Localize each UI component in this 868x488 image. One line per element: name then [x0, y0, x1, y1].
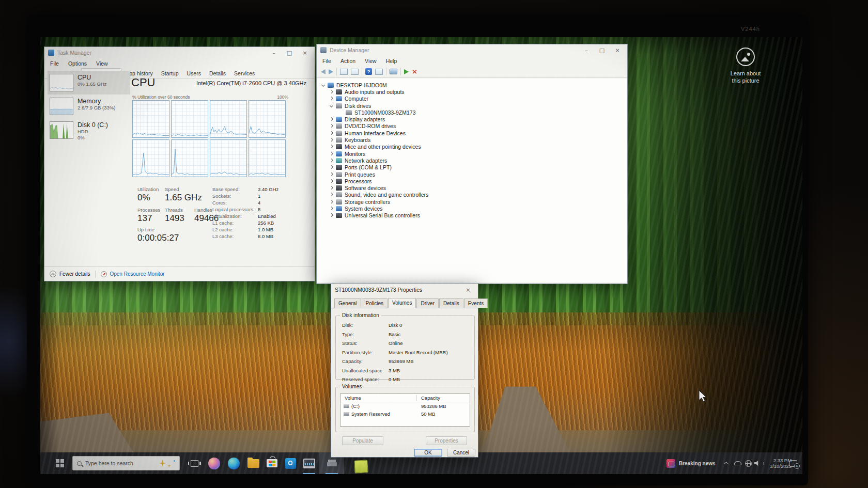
tab-details[interactable]: Details: [205, 69, 230, 78]
uninstall-device-icon[interactable]: ×: [412, 69, 417, 75]
maximize-icon[interactable]: □: [282, 48, 297, 58]
tree-node[interactable]: Display adapters: [329, 116, 627, 122]
tree-node[interactable]: Human Interface Devices: [329, 130, 627, 136]
taskbar-copilot[interactable]: [205, 452, 223, 474]
tree-node[interactable]: DVD/CD-ROM drives: [329, 123, 627, 130]
menu-options[interactable]: Options: [64, 59, 91, 68]
tree-node[interactable]: Computer: [329, 96, 627, 102]
sidebar-item-cpu[interactable]: CPU 0% 1.65 GHz: [48, 71, 130, 95]
tab-volumes[interactable]: Volumes: [388, 298, 416, 308]
tree-node[interactable]: Keyboards: [329, 136, 627, 143]
tree-node[interactable]: Monitors: [329, 150, 627, 157]
tree-node-disk-st1000[interactable]: ST1000NM0033-9ZM173: [346, 109, 627, 116]
close-icon[interactable]: ×: [610, 45, 625, 55]
picture-icon[interactable]: [736, 48, 755, 66]
tree-node-root[interactable]: DESKTOP-I6JDO0M: [321, 82, 627, 88]
news-widget[interactable]: Breaking news: [667, 452, 716, 474]
tree-node[interactable]: Processors: [329, 178, 627, 184]
menu-file[interactable]: File: [45, 59, 64, 68]
volumes-list[interactable]: Volume Capacity (C:) 953286 MB System Re…: [340, 393, 470, 427]
tab-services[interactable]: Services: [230, 69, 259, 78]
close-icon[interactable]: ×: [297, 48, 313, 58]
close-icon[interactable]: ×: [460, 285, 476, 295]
taskbar-edge[interactable]: [224, 452, 243, 474]
taskbar-task-manager[interactable]: [300, 452, 318, 474]
dialog-tabs: General Policies Volumes Driver Details …: [331, 296, 478, 308]
scan-hardware-icon[interactable]: [390, 69, 397, 74]
tree-node[interactable]: Software devices: [329, 184, 627, 191]
tree-node[interactable]: Print queues: [329, 171, 627, 178]
sidebar-item-memory[interactable]: Memory 2.6/7.9 GB (33%): [48, 95, 130, 118]
sidebar-disk-type: HDD: [78, 129, 108, 135]
copilot-spark-small-icon: [167, 464, 171, 468]
sidebar-item-disk[interactable]: Disk 0 (C:) HDD 0%: [48, 118, 130, 144]
tree-node-disk-drives[interactable]: Disk drives: [329, 102, 627, 109]
menu-view[interactable]: View: [91, 59, 113, 68]
tree-node[interactable]: Ports (COM & LPT): [329, 164, 627, 171]
menu-file[interactable]: File: [318, 57, 336, 65]
populate-button[interactable]: Populate: [342, 436, 383, 445]
volume-row-system-reserved[interactable]: System Reserved 50 MB: [340, 410, 470, 418]
column-volume[interactable]: Volume: [340, 395, 417, 401]
console-tree-icon[interactable]: [340, 69, 348, 75]
tree-node[interactable]: Mice and other pointing devices: [329, 144, 627, 150]
dvd-icon: [336, 123, 342, 129]
minimize-icon[interactable]: –: [266, 48, 282, 58]
task-view-icon: [191, 460, 198, 467]
disk-information-group: Disk information Disk:Disk 0 Type:Basic …: [335, 316, 475, 380]
tab-startup[interactable]: Startup: [157, 69, 183, 78]
search-box[interactable]: Type here to search: [72, 456, 180, 470]
update-driver-icon[interactable]: [404, 69, 409, 74]
action-center-button[interactable]: 4: [786, 452, 800, 474]
tree-node[interactable]: Network adapters: [329, 157, 627, 164]
learn-about-this-picture[interactable]: Learn about this picture: [717, 48, 774, 84]
tab-users[interactable]: Users: [183, 69, 205, 78]
taskbar-outlook[interactable]: O: [281, 452, 300, 474]
help-icon[interactable]: ?: [365, 68, 372, 75]
cancel-button[interactable]: Cancel: [447, 449, 475, 456]
taskbar-store[interactable]: [262, 452, 281, 474]
task-manager-titlebar[interactable]: Task Manager – □ ×: [44, 47, 315, 58]
tab-driver[interactable]: Driver: [416, 298, 439, 308]
tree-node[interactable]: Sound, video and game controllers: [329, 192, 627, 198]
tab-details[interactable]: Details: [439, 298, 463, 308]
properties-button[interactable]: Properties: [426, 436, 467, 445]
properties-icon[interactable]: [375, 69, 383, 75]
taskbar-file-explorer[interactable]: [244, 452, 262, 474]
tree-node[interactable]: Audio inputs and outputs: [329, 88, 627, 95]
start-button[interactable]: [50, 452, 70, 474]
uptime-label: Up time: [137, 227, 154, 232]
toolbar-separator: [400, 68, 401, 75]
dialog-titlebar[interactable]: ST1000NM0033-9ZM173 Properties ×: [331, 284, 478, 296]
utilization-value: 0%: [137, 193, 150, 203]
volume-row-c[interactable]: (C:) 953286 MB: [340, 402, 470, 410]
export-icon[interactable]: [351, 69, 359, 75]
processes-label: Processes: [137, 207, 160, 213]
fewer-details-button[interactable]: Fewer details: [59, 271, 90, 277]
menu-help[interactable]: Help: [381, 57, 402, 65]
tab-events[interactable]: Events: [464, 298, 488, 308]
tree-node[interactable]: Storage controllers: [329, 198, 627, 205]
l3-cache-label: L3 cache:: [212, 233, 258, 239]
tree-node[interactable]: Universal Serial Bus controllers: [329, 212, 627, 219]
tab-general[interactable]: General: [334, 298, 361, 308]
tray-onedrive[interactable]: [733, 452, 743, 474]
column-capacity[interactable]: Capacity: [417, 395, 440, 401]
speed-value: 1.65 GHz: [165, 193, 202, 203]
tray-network[interactable]: [743, 452, 753, 474]
menu-action[interactable]: Action: [336, 57, 360, 65]
maximize-icon[interactable]: □: [594, 45, 610, 55]
device-manager-titlebar[interactable]: Device Manager – □ ×: [317, 44, 627, 56]
task-view-button[interactable]: [185, 452, 204, 474]
forward-icon[interactable]: [329, 69, 333, 74]
minimize-icon[interactable]: –: [579, 45, 594, 55]
menu-view[interactable]: View: [360, 57, 381, 65]
back-icon[interactable]: [321, 69, 326, 74]
tree-node[interactable]: System devices: [329, 205, 627, 212]
network-icon: [745, 460, 752, 467]
open-resource-monitor-link[interactable]: Open Resource Monitor: [110, 271, 164, 277]
ok-button[interactable]: OK: [414, 449, 442, 456]
tray-volume[interactable]: [753, 452, 765, 474]
show-hidden-icons[interactable]: [722, 452, 732, 474]
tab-policies[interactable]: Policies: [362, 298, 388, 308]
